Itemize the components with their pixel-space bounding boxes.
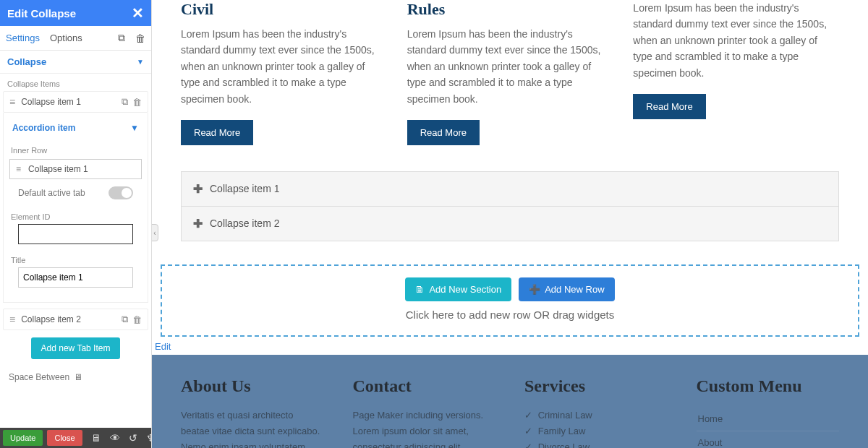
- collapse-item-2[interactable]: ≡ Collapse item 2 ⧉ 🗑: [3, 309, 148, 330]
- file-icon: 🗎: [415, 284, 425, 295]
- read-more-button[interactable]: Read More: [407, 120, 480, 145]
- plus-icon: ✚: [193, 182, 203, 196]
- edit-link[interactable]: Edit: [155, 341, 868, 352]
- card-rules: Rules Lorem Ipsum has been the industry'…: [407, 0, 613, 145]
- card-body: Lorem Ipsum has been the industry's stan…: [407, 26, 613, 107]
- chevron-down-icon: ▼: [130, 123, 139, 133]
- card-title: Civil: [181, 0, 387, 19]
- collapse-row-1[interactable]: ✚Collapse item 1: [182, 172, 838, 207]
- update-button[interactable]: Update: [3, 430, 43, 446]
- sidebar-title: Edit Collapse: [7, 7, 76, 20]
- footer: About Us Veritatis et quasi architecto b…: [152, 355, 868, 448]
- sidebar-header: Edit Collapse ✕: [0, 0, 151, 26]
- space-between-label: Space Between🖥: [0, 366, 151, 384]
- footer-heading: Custom Menu: [697, 376, 840, 396]
- sidebar-tabs: Settings Options ⧉ 🗑: [0, 26, 151, 51]
- drag-icon[interactable]: ≡: [9, 96, 15, 108]
- tab-options[interactable]: Options: [50, 33, 82, 43]
- copy-icon[interactable]: ⧉: [122, 96, 128, 108]
- read-more-button[interactable]: Read More: [633, 94, 705, 119]
- title-input[interactable]: [18, 267, 133, 288]
- eye-icon[interactable]: 👁: [110, 432, 120, 444]
- service-link[interactable]: Family Law: [524, 423, 668, 439]
- service-link[interactable]: Criminal Law: [524, 408, 668, 423]
- desktop-icon[interactable]: 🖥: [74, 372, 82, 382]
- accordion-item-header[interactable]: Accordion item▼: [9, 119, 142, 140]
- plus-icon: ✚: [193, 217, 203, 231]
- footer-contact: Contact Page Maker including versions. L…: [353, 376, 496, 448]
- add-tab-button[interactable]: Add new Tab Item: [31, 337, 121, 359]
- footer-heading: About Us: [181, 376, 324, 396]
- footer-text: Page Maker including versions. Lorem ips…: [353, 408, 496, 448]
- collapse-item-1-panel: Accordion item▼ Inner Row ≡ Collapse ite…: [3, 113, 148, 303]
- footer-about: About Us Veritatis et quasi architecto b…: [181, 376, 324, 448]
- collapse-item-1[interactable]: ≡ Collapse item 1 ⧉ 🗑: [3, 91, 148, 113]
- card-3: Lorem Ipsum has been the industry's stan…: [633, 0, 839, 145]
- menu-link[interactable]: Home: [697, 408, 840, 431]
- inner-row[interactable]: ≡ Collapse item 1: [9, 159, 142, 179]
- close-button[interactable]: Close: [47, 430, 82, 446]
- drag-icon[interactable]: ≡: [16, 164, 21, 174]
- sidebar-footer: Update Close 🖥 👁 ↺ ♆: [0, 428, 151, 448]
- collapse-items-label: Collapse Items: [0, 74, 151, 91]
- undo-icon[interactable]: ↺: [129, 432, 137, 444]
- desktop-icon[interactable]: 🖥: [91, 432, 101, 444]
- section-collapse[interactable]: Collapse▼: [0, 51, 151, 74]
- default-active-tab-row: Default active tab: [9, 179, 142, 207]
- element-id-input[interactable]: [18, 224, 133, 244]
- read-more-button[interactable]: Read More: [181, 120, 253, 145]
- collapse-widget: ✚Collapse item 1 ✚Collapse item 2: [181, 171, 839, 241]
- menu-link[interactable]: About: [697, 431, 840, 448]
- close-icon[interactable]: ✕: [132, 4, 144, 22]
- add-row-button[interactable]: ➕Add New Row: [519, 277, 614, 301]
- service-link[interactable]: Divorce Law: [524, 439, 668, 448]
- trash-icon[interactable]: 🗑: [132, 97, 142, 108]
- footer-text: Veritatis et quasi architecto beatae vit…: [181, 408, 324, 448]
- title-label: Title: [9, 250, 142, 267]
- footer-services: Services Criminal Law Family Law Divorce…: [524, 376, 668, 448]
- trash-icon[interactable]: 🗑: [135, 33, 145, 44]
- drag-icon[interactable]: ≡: [9, 314, 15, 325]
- element-id-label: Element ID: [9, 207, 142, 224]
- trash-icon[interactable]: 🗑: [132, 314, 142, 325]
- card-title: Rules: [407, 0, 613, 19]
- card-body: Lorem Ipsum has been the industry's stan…: [633, 0, 839, 81]
- copy-icon[interactable]: ⧉: [118, 32, 125, 44]
- card-civil: Civil Lorem Ipsum has been the industry'…: [181, 0, 387, 145]
- add-zone[interactable]: 🗎Add New Section ➕Add New Row Click here…: [161, 264, 859, 337]
- drop-hint: Click here to add new row OR drag widget…: [162, 309, 858, 321]
- collapse-row-2[interactable]: ✚Collapse item 2: [182, 207, 838, 241]
- default-active-toggle[interactable]: [109, 186, 133, 199]
- copy-icon[interactable]: ⧉: [122, 314, 128, 325]
- footer-heading: Services: [524, 376, 668, 396]
- cards-row: Civil Lorem Ipsum has been the industry'…: [152, 0, 868, 145]
- edit-sidebar: Edit Collapse ✕ Settings Options ⧉ 🗑 Col…: [0, 0, 152, 448]
- footer-menu: Custom Menu Home About Blog Contact Prac…: [697, 376, 840, 448]
- add-section-button[interactable]: 🗎Add New Section: [405, 277, 511, 301]
- inner-row-label: Inner Row: [9, 140, 142, 158]
- chevron-down-icon: ▼: [137, 58, 144, 66]
- sidebar-collapse-handle[interactable]: ‹: [152, 224, 158, 241]
- footer-heading: Contact: [353, 376, 496, 396]
- tab-settings[interactable]: Settings: [6, 33, 40, 43]
- canvas: ‹ Civil Lorem Ipsum has been the industr…: [152, 0, 868, 448]
- card-body: Lorem Ipsum has been the industry's stan…: [181, 26, 387, 107]
- plus-circle-icon: ➕: [529, 284, 540, 295]
